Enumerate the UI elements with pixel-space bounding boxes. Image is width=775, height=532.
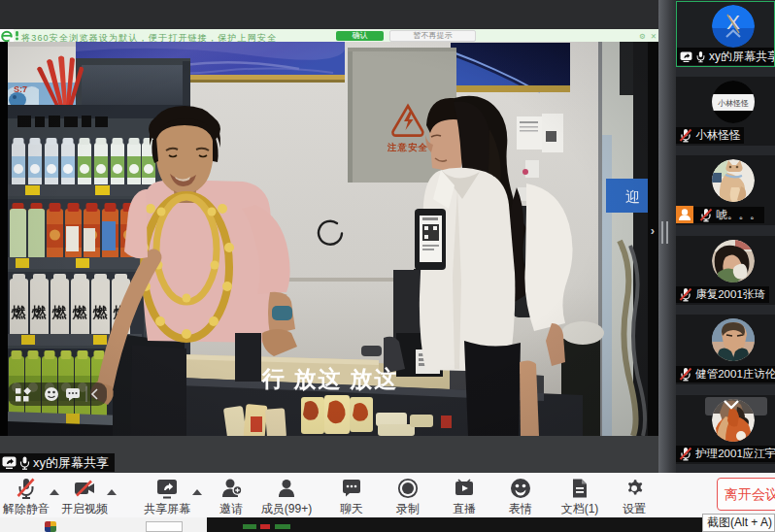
svg-text:小林怪怪: 小林怪怪 xyxy=(718,99,749,108)
